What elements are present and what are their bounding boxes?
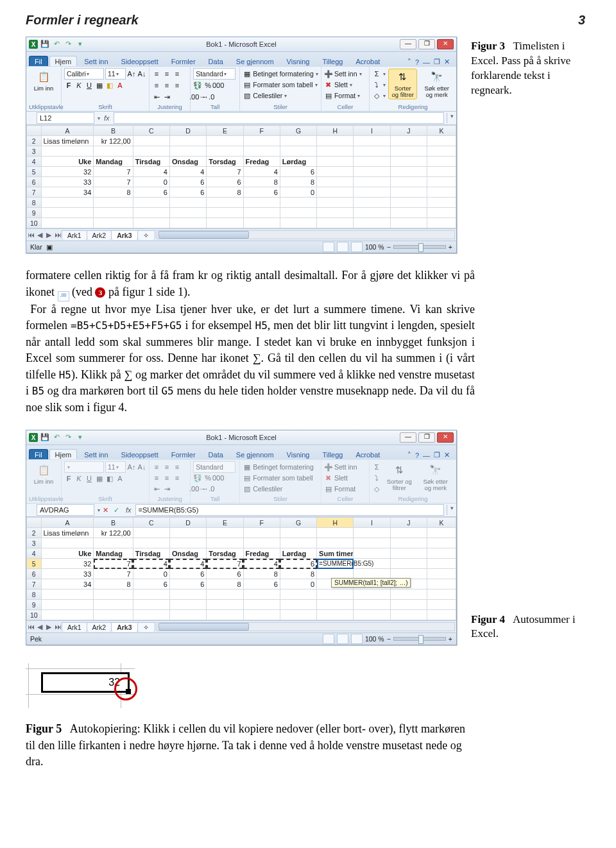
tab-visning[interactable]: Visning	[281, 449, 316, 459]
tab-sideoppsett[interactable]: Sideoppsett	[116, 449, 164, 459]
view-normal-icon[interactable]	[323, 634, 334, 644]
align-mid-icon[interactable]: ≡	[162, 69, 171, 78]
cell[interactable]: 7	[94, 177, 133, 187]
zoom-out-icon[interactable]: −	[387, 635, 391, 643]
qat-save-icon[interactable]: 💾	[40, 40, 49, 49]
col-header[interactable]: I	[354, 126, 390, 136]
close-button[interactable]: ✕	[437, 432, 454, 443]
active-cell[interactable]: =SUMMER(B5:G5)	[317, 559, 354, 569]
underline-icon[interactable]: U	[85, 81, 94, 90]
cell[interactable]: 4	[243, 167, 280, 177]
name-box[interactable]: AVDRAG	[37, 504, 94, 516]
select-all-corner[interactable]	[27, 126, 42, 136]
grow-font-icon[interactable]: A↑	[127, 69, 136, 78]
cell[interactable]: Tirsdag	[133, 157, 169, 167]
formula-cancel-icon[interactable]: ✕	[100, 506, 111, 514]
spreadsheet-grid[interactable]: A B C D E F G H I J K 2	[26, 517, 456, 620]
align-bot-icon[interactable]: ≡	[173, 69, 182, 78]
tab-formler[interactable]: Formler	[166, 449, 201, 459]
col-header[interactable]: E	[207, 518, 243, 528]
formula-bar-expand-icon[interactable]: ▾	[447, 505, 456, 515]
col-header[interactable]: B	[94, 518, 133, 528]
clear-icon[interactable]: ◇	[372, 91, 381, 100]
insert-cells-button[interactable]: ➕Sett inn▾	[324, 69, 362, 79]
row-header[interactable]: 2	[27, 528, 42, 538]
horizontal-scrollbar[interactable]	[157, 622, 455, 631]
row-header[interactable]: 9	[27, 208, 42, 218]
qat-customize-icon[interactable]: ▾	[75, 433, 85, 442]
view-pagebreak-icon[interactable]	[351, 634, 363, 644]
tab-data[interactable]: Data	[203, 56, 229, 66]
delete-cells-button[interactable]: ✖Slett▾	[324, 80, 352, 90]
formula-bar[interactable]: =SUMMER(B5:G5)	[135, 504, 444, 516]
format-cells-button[interactable]: ▤Format▾	[324, 90, 360, 101]
sheet-nav-prev-icon[interactable]: ◀	[35, 231, 44, 239]
find-select-button[interactable]: 🔭 Søk etter og merk	[420, 69, 454, 99]
zoom-out-icon[interactable]: −	[387, 243, 391, 251]
zoom-in-icon[interactable]: +	[449, 243, 452, 251]
cell[interactable]: 34	[41, 187, 94, 198]
col-header[interactable]: G	[280, 518, 316, 528]
col-header[interactable]: G	[280, 126, 316, 136]
paste-button[interactable]: 📋 Lim inn	[31, 69, 56, 93]
ribbon-minimize-icon[interactable]: ˄	[407, 451, 411, 459]
col-header[interactable]: C	[133, 126, 169, 136]
row-header[interactable]: 6	[27, 569, 42, 579]
tab-hjem[interactable]: Hjem	[49, 449, 78, 459]
align-top-icon[interactable]: ≡	[152, 69, 161, 78]
cell[interactable]: Onsdag	[169, 157, 206, 167]
sheet-nav-last-icon[interactable]: ⏭	[53, 623, 62, 631]
tab-formler[interactable]: Formler	[166, 56, 201, 66]
mdi-min-icon[interactable]: —	[423, 452, 430, 459]
fill-icon[interactable]: ⤵	[372, 80, 381, 89]
col-header[interactable]: E	[207, 126, 243, 136]
cell[interactable]: 6	[169, 187, 206, 198]
mdi-min-icon[interactable]: —	[423, 58, 430, 66]
tab-settinn[interactable]: Sett inn	[78, 56, 114, 66]
sheet-tab[interactable]: Ark1	[62, 230, 87, 240]
cell[interactable]: 0	[280, 187, 316, 198]
row-header[interactable]: 2	[27, 136, 42, 146]
close-button[interactable]: ✕	[437, 39, 454, 49]
restore-button[interactable]: ❐	[418, 432, 435, 443]
cell[interactable]: 6	[243, 187, 280, 198]
cell[interactable]: 4	[133, 167, 169, 177]
col-header[interactable]: B	[94, 126, 133, 136]
col-header[interactable]: I	[354, 518, 390, 528]
restore-button[interactable]: ❐	[418, 39, 435, 49]
indent-dec-icon[interactable]: ⇤	[152, 92, 161, 101]
cell[interactable]: Sum timer	[317, 548, 354, 559]
qat-undo-icon[interactable]: ↶	[52, 40, 61, 49]
cell-styles-button[interactable]: ▧Cellestiler▾	[243, 90, 287, 101]
cell[interactable]: 6	[169, 177, 206, 187]
new-sheet-button[interactable]: ✧	[137, 622, 155, 632]
tab-tillegg[interactable]: Tillegg	[316, 449, 348, 459]
help-icon[interactable]: ?	[415, 452, 419, 459]
row-header[interactable]: 5	[27, 559, 42, 569]
col-header[interactable]: F	[243, 518, 280, 528]
view-layout-icon[interactable]	[337, 634, 348, 644]
sheet-tab[interactable]: Ark2	[87, 622, 112, 632]
cell[interactable]: 32	[41, 167, 94, 177]
tab-hjem[interactable]: Hjem	[49, 56, 78, 66]
currency-icon[interactable]: 💱	[193, 81, 202, 90]
tab-segjennom[interactable]: Se gjennom	[230, 449, 280, 459]
help-icon[interactable]: ?	[415, 58, 419, 66]
tab-fil[interactable]: Fil	[29, 56, 48, 66]
percent-icon[interactable]: %	[203, 81, 212, 90]
mdi-close-icon[interactable]: ✕	[444, 451, 450, 459]
sheet-tab[interactable]: Ark2	[87, 230, 112, 240]
format-as-table-button[interactable]: ▤Formater som tabell▾	[243, 80, 317, 90]
qat-save-icon[interactable]: 💾	[40, 433, 49, 442]
col-header[interactable]: D	[169, 126, 206, 136]
dec-decimal-icon[interactable]: →.0	[203, 92, 212, 101]
row-header[interactable]: 8	[27, 589, 42, 600]
cell[interactable]: 0	[133, 177, 169, 187]
ribbon-minimize-icon[interactable]: ˄	[407, 58, 411, 66]
zoom-level[interactable]: 100 %	[365, 243, 384, 251]
font-color-icon[interactable]: A	[116, 81, 124, 90]
qat-redo-icon[interactable]: ↷	[64, 40, 73, 49]
col-header[interactable]: J	[390, 126, 427, 136]
cell[interactable]: Lørdag	[280, 157, 316, 167]
mdi-restore-icon[interactable]: ❐	[434, 58, 440, 66]
